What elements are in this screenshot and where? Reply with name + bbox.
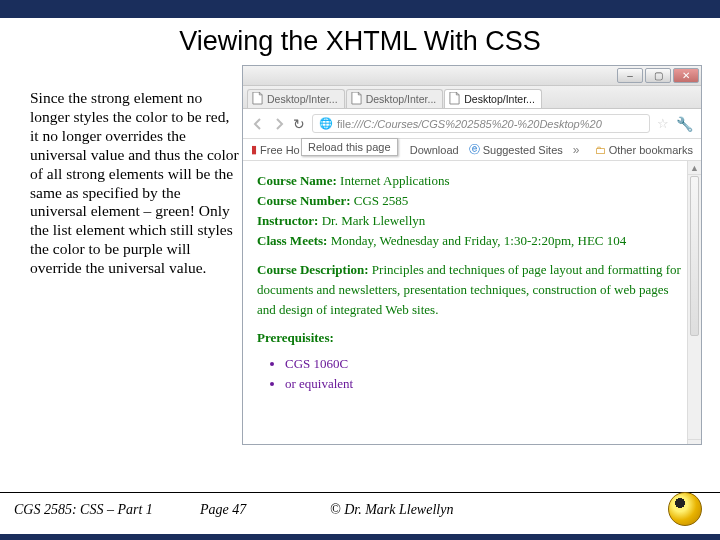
browser-window: – ▢ ✕ Desktop/Inter... Desktop/Inter... …: [242, 65, 702, 445]
other-bookmarks[interactable]: 🗀 Other bookmarks: [595, 144, 693, 156]
tab-label: Desktop/Inter...: [464, 93, 535, 105]
url-input[interactable]: 🌐 file:///C:/Courses/CGS%202585%20-%20De…: [312, 114, 650, 133]
page-content: Course Name: Internet Applications Cours…: [243, 161, 701, 400]
bookmark-star-icon[interactable]: ☆: [657, 116, 669, 131]
desc-label: Course Description:: [257, 262, 369, 277]
scroll-thumb[interactable]: [690, 176, 699, 336]
url-scheme: file: [337, 118, 351, 130]
slide-title: Viewing the XHTML With CSS: [0, 26, 720, 57]
list-item: or equivalent: [285, 374, 687, 394]
instructor: Dr. Mark Llewellyn: [322, 213, 426, 228]
course-number: CGS 2585: [354, 193, 409, 208]
folder-icon: 🗀: [595, 144, 606, 156]
close-button[interactable]: ✕: [673, 68, 699, 83]
course-name: Internet Applications: [340, 173, 449, 188]
scroll-up-button[interactable]: ▲: [688, 161, 701, 175]
vertical-scrollbar[interactable]: ▲ ▼: [687, 161, 701, 445]
bookmark-label: Suggested Sites: [483, 144, 563, 156]
page-icon: [252, 92, 263, 105]
scroll-down-button[interactable]: ▼: [688, 439, 701, 445]
maximize-button[interactable]: ▢: [645, 68, 671, 83]
tab-2[interactable]: Desktop/Inter...: [444, 89, 542, 108]
list-item: CGS 1060C: [285, 354, 687, 374]
page-icon: [449, 92, 460, 105]
reload-icon[interactable]: ↻: [293, 116, 305, 132]
minimize-button[interactable]: –: [617, 68, 643, 83]
footer-left: CGS 2585: CSS – Part 1: [0, 502, 200, 518]
back-icon[interactable]: [251, 117, 265, 131]
bookmark-download[interactable]: Download: [410, 144, 459, 156]
forward-icon[interactable]: [272, 117, 286, 131]
class-meets-label: Class Meets:: [257, 233, 327, 248]
wrench-icon[interactable]: 🔧: [676, 116, 693, 132]
tabs-bar: Desktop/Inter... Desktop/Inter... Deskto…: [243, 86, 701, 109]
class-meets: Monday, Wednesday and Friday, 1:30-2:20p…: [331, 233, 627, 248]
prereq-label: Prerequisites:: [257, 330, 334, 345]
instructor-label: Instructor:: [257, 213, 318, 228]
footer: CGS 2585: CSS – Part 1 Page 47 © Dr. Mar…: [0, 492, 720, 526]
overflow-chevron-icon[interactable]: »: [573, 143, 580, 157]
reload-tooltip: Reload this page: [301, 138, 398, 156]
tab-label: Desktop/Inter...: [366, 93, 437, 105]
bookmark-free[interactable]: ▮ Free Ho: [251, 143, 300, 156]
page-icon: ▮: [251, 143, 257, 156]
url-path: :///C:/Courses/CGS%202585%20-%20Desktop%…: [351, 118, 602, 130]
tab-0[interactable]: Desktop/Inter...: [247, 89, 345, 108]
bookmark-label: Download: [410, 144, 459, 156]
bookmark-suggested[interactable]: ⓔ Suggested Sites: [469, 142, 563, 157]
footer-page: Page 47: [200, 502, 330, 518]
footer-author: © Dr. Mark Llewellyn: [330, 502, 720, 518]
tab-1[interactable]: Desktop/Inter...: [346, 89, 444, 108]
page-icon: [351, 92, 362, 105]
course-number-label: Course Number:: [257, 193, 351, 208]
ie-icon: ⓔ: [469, 142, 480, 157]
explanation-text: Since the strong element no longer style…: [30, 65, 240, 445]
bookmark-label: Free Ho: [260, 144, 300, 156]
ucf-logo: [668, 492, 702, 526]
course-name-label: Course Name:: [257, 173, 337, 188]
bookmark-label: Other bookmarks: [609, 144, 693, 156]
globe-icon: 🌐: [319, 117, 333, 130]
tab-label: Desktop/Inter...: [267, 93, 338, 105]
